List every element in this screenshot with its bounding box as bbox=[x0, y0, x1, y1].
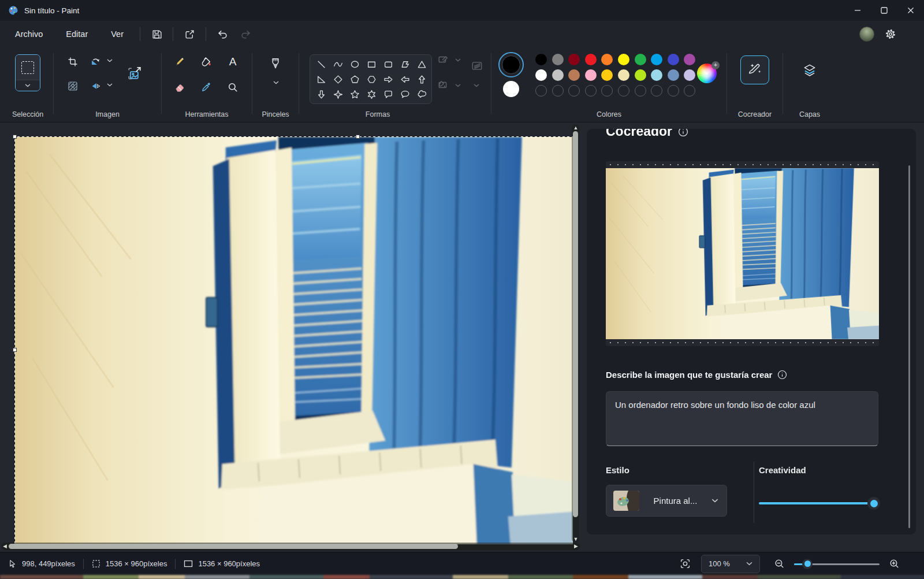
shape-triangle-icon[interactable] bbox=[413, 57, 430, 72]
scroll-right-icon[interactable]: ▶ bbox=[574, 543, 578, 549]
selection-tool-button[interactable] bbox=[15, 54, 40, 91]
zoom-in-button[interactable] bbox=[889, 558, 900, 569]
flip-icon[interactable] bbox=[86, 76, 106, 96]
palette-color-fff200[interactable] bbox=[618, 54, 629, 65]
primary-color-swatch[interactable] bbox=[498, 52, 524, 77]
palette-color-a349a4[interactable] bbox=[684, 54, 695, 65]
selection-handle-topcenter[interactable] bbox=[356, 135, 360, 139]
magnifier-tool-icon[interactable] bbox=[223, 77, 243, 97]
zoom-slider-thumb[interactable] bbox=[802, 559, 813, 569]
selection-dropdown[interactable] bbox=[16, 80, 40, 91]
palette-empty-slot[interactable] bbox=[552, 85, 564, 96]
prompt-input[interactable]: Un ordenador retro sobre un fondo liso d… bbox=[606, 391, 878, 446]
palette-color-efe4b0[interactable] bbox=[618, 69, 629, 81]
shape-line-icon[interactable] bbox=[313, 57, 330, 72]
palette-color-ffc90e[interactable] bbox=[601, 69, 613, 81]
scroll-left-icon[interactable]: ◀ bbox=[3, 543, 7, 549]
close-button[interactable] bbox=[897, 0, 924, 21]
style-dropdown[interactable]: Pintura al... bbox=[606, 485, 727, 517]
shape-arrow-left-icon[interactable] bbox=[397, 72, 413, 87]
rotate-dropdown-chevron[interactable] bbox=[107, 59, 113, 62]
palette-color-880015[interactable] bbox=[568, 54, 580, 65]
canvas[interactable] bbox=[15, 137, 573, 544]
shape-pentagon-icon[interactable] bbox=[346, 72, 363, 87]
palette-empty-slot[interactable] bbox=[585, 85, 597, 96]
palette-color-7092be[interactable] bbox=[668, 69, 679, 81]
shape-arrow-down-icon[interactable] bbox=[313, 87, 330, 102]
share-icon[interactable] bbox=[178, 24, 201, 44]
fit-to-screen-button[interactable] bbox=[680, 558, 691, 569]
crop-icon[interactable] bbox=[63, 52, 83, 72]
palette-color-22b14c[interactable] bbox=[635, 54, 646, 65]
selection-handle-topleft[interactable] bbox=[13, 135, 17, 139]
palette-color-ffaec9[interactable] bbox=[585, 69, 597, 81]
shape-polygon-icon[interactable] bbox=[397, 57, 413, 72]
menu-archivo[interactable]: Archivo bbox=[3, 25, 54, 43]
settings-gear-icon[interactable] bbox=[885, 28, 896, 40]
scroll-up-icon[interactable]: ▲ bbox=[573, 125, 579, 131]
brush-icon[interactable] bbox=[265, 53, 286, 74]
rect-select-icon[interactable] bbox=[16, 55, 40, 80]
palette-color-c8bfe7[interactable] bbox=[684, 69, 695, 81]
palette-empty-slot[interactable] bbox=[635, 85, 646, 96]
shape-hexagon-icon[interactable] bbox=[363, 72, 380, 87]
zoom-level-dropdown[interactable]: 100 % bbox=[701, 555, 760, 573]
shape-rounded-rectangle-icon[interactable] bbox=[380, 57, 397, 72]
creativity-slider-thumb[interactable] bbox=[867, 497, 880, 510]
selection-handle-leftmiddle[interactable] bbox=[13, 348, 17, 352]
creativity-slider[interactable] bbox=[759, 498, 878, 509]
layers-button[interactable] bbox=[798, 58, 822, 82]
palette-empty-slot[interactable] bbox=[535, 85, 547, 96]
palette-color-99d9ea[interactable] bbox=[651, 69, 662, 81]
undo-icon[interactable] bbox=[211, 24, 234, 44]
palette-empty-slot[interactable] bbox=[651, 85, 662, 96]
describe-info-icon[interactable] bbox=[777, 370, 787, 380]
vertical-scrollbar-thumb[interactable] bbox=[573, 131, 578, 517]
shape-arrow-up-icon[interactable] bbox=[413, 72, 430, 87]
zoom-slider[interactable] bbox=[794, 559, 880, 569]
palette-color-00a2e8[interactable] bbox=[651, 54, 662, 65]
shape-diamond-icon[interactable] bbox=[330, 72, 346, 87]
palette-empty-slot[interactable] bbox=[668, 85, 679, 96]
palette-color-7f7f7f[interactable] bbox=[552, 54, 564, 65]
fill-tool-icon[interactable] bbox=[196, 52, 216, 72]
menu-editar[interactable]: Editar bbox=[54, 25, 99, 43]
menu-ver[interactable]: Ver bbox=[99, 25, 135, 43]
eraser-tool-icon[interactable] bbox=[170, 77, 189, 97]
shape-speech-oval-icon[interactable] bbox=[397, 87, 413, 102]
palette-color-c3c3c3[interactable] bbox=[552, 69, 564, 81]
minimize-button[interactable] bbox=[844, 0, 871, 21]
cocreator-button[interactable] bbox=[740, 55, 769, 84]
eyedropper-tool-icon[interactable] bbox=[196, 77, 216, 97]
info-icon[interactable] bbox=[678, 129, 688, 137]
remove-background-icon[interactable] bbox=[63, 76, 83, 96]
palette-color-ff7f27[interactable] bbox=[601, 54, 613, 65]
palette-color-3f48cc[interactable] bbox=[668, 54, 679, 65]
scroll-down-icon[interactable]: ▼ bbox=[573, 536, 579, 542]
brushes-dropdown-chevron[interactable] bbox=[273, 81, 279, 84]
pencil-tool-icon[interactable] bbox=[170, 52, 189, 72]
shape-speech-rounded-icon[interactable] bbox=[380, 87, 397, 102]
horizontal-scrollbar-thumb[interactable] bbox=[9, 544, 458, 549]
palette-empty-slot[interactable] bbox=[684, 85, 695, 96]
palette-color-b97a57[interactable] bbox=[568, 69, 580, 81]
color-picker-wheel[interactable]: + bbox=[697, 64, 718, 84]
palette-color-000000[interactable] bbox=[535, 54, 547, 65]
resize-image-icon[interactable] bbox=[122, 61, 147, 87]
shape-star-5-icon[interactable] bbox=[346, 87, 363, 102]
save-icon[interactable] bbox=[145, 24, 168, 44]
flip-dropdown-chevron[interactable] bbox=[107, 83, 113, 87]
shape-rectangle-icon[interactable] bbox=[363, 57, 380, 72]
panel-scrollbar[interactable] bbox=[908, 165, 910, 528]
text-tool-icon[interactable]: A bbox=[223, 52, 243, 72]
shape-star-6-icon[interactable] bbox=[363, 87, 380, 102]
shape-star-4-icon[interactable] bbox=[330, 87, 346, 102]
rotate-icon[interactable] bbox=[86, 52, 106, 72]
shape-arrow-right-icon[interactable] bbox=[380, 72, 397, 87]
shape-speech-cloud-icon[interactable] bbox=[413, 87, 430, 102]
horizontal-scrollbar[interactable]: ◀ ▶ bbox=[1, 543, 580, 550]
shape-curve-icon[interactable] bbox=[330, 57, 346, 72]
palette-color-ffffff[interactable] bbox=[535, 69, 547, 81]
palette-empty-slot[interactable] bbox=[568, 85, 580, 96]
creativity-slider-track[interactable] bbox=[759, 502, 878, 504]
